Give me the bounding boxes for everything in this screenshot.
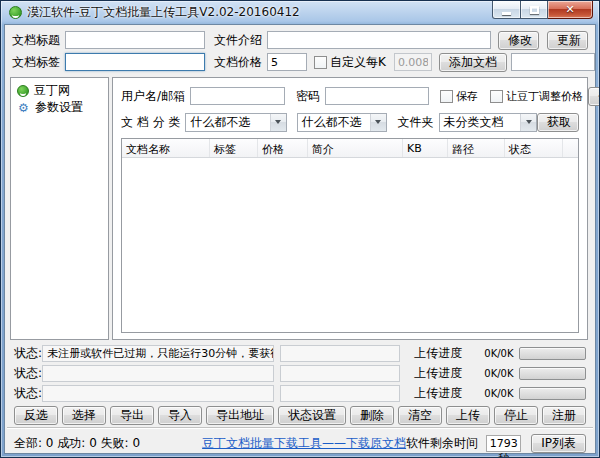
document-table: 文档名称 标签 价格 简介 KB 路径 状态 bbox=[121, 138, 579, 333]
username-input[interactable] bbox=[190, 87, 285, 105]
modify-button[interactable]: 修改 bbox=[498, 31, 539, 50]
window-title: 漠江软件-豆丁文档批量上传工具V2.02-20160412 bbox=[27, 4, 300, 21]
status-extra bbox=[280, 385, 400, 402]
status-extra bbox=[280, 365, 400, 382]
status-row-1: 状态: 未注册或软件已过期，只能运行30分钟，要获得完全功能， 上传进度 0K/… bbox=[5, 343, 595, 363]
category-select-2[interactable]: 什么都不选 bbox=[297, 113, 387, 132]
col-price[interactable]: 价格 bbox=[258, 139, 308, 157]
status-label: 状态: bbox=[14, 365, 42, 382]
fetch-button[interactable]: 获取 bbox=[537, 113, 579, 132]
col-kb[interactable]: KB bbox=[403, 139, 448, 157]
window-body: 文档标题 文件介绍 修改 更新 文档标签 文档价格 自定义每K 添加文档 选择 bbox=[4, 24, 596, 454]
export-address-button[interactable]: 导出地址 bbox=[206, 406, 274, 425]
update-button[interactable]: 更新 bbox=[547, 31, 588, 50]
chevron-down-icon bbox=[370, 114, 386, 131]
category-label: 文 档 分 类 bbox=[121, 114, 180, 131]
status-settings-button[interactable]: 状态设置 bbox=[278, 406, 346, 425]
remaining-time-value: 1793秒 bbox=[486, 435, 521, 452]
minimize-icon bbox=[502, 12, 511, 15]
chevron-down-icon bbox=[270, 114, 286, 131]
upload-progress-label: 上传进度 bbox=[414, 365, 462, 382]
clear-button[interactable]: 清空 bbox=[398, 406, 442, 425]
window-controls: ✕ bbox=[492, 1, 593, 19]
status-label: 状态: bbox=[14, 385, 42, 402]
remaining-time-label: 软件剩余时间 bbox=[406, 435, 478, 452]
save-checkbox-label: 保存 bbox=[456, 89, 478, 104]
category-row: 文 档 分 类 什么都不选 什么都不选 文件夹 未分类文档 获取 bbox=[121, 112, 579, 132]
save-checkbox[interactable] bbox=[440, 90, 453, 103]
chevron-down-icon bbox=[520, 114, 536, 131]
upload-progress-bar bbox=[519, 347, 586, 360]
maximize-button[interactable] bbox=[521, 1, 548, 19]
status-label: 状态: bbox=[14, 345, 42, 362]
close-icon: ✕ bbox=[565, 4, 574, 15]
select-button[interactable]: 选择 bbox=[62, 406, 106, 425]
col-intro[interactable]: 简介 bbox=[308, 139, 403, 157]
status-row-3: 状态: 上传进度 0K/0K bbox=[5, 383, 595, 403]
status-area: 状态: 未注册或软件已过期，只能运行30分钟，要获得完全功能， 上传进度 0K/… bbox=[5, 343, 595, 403]
titlebar[interactable]: 漠江软件-豆丁文档批量上传工具V2.02-20160412 ✕ bbox=[1, 1, 599, 24]
sidebar: 豆丁网 ⚙ 参数设置 bbox=[10, 77, 109, 340]
table-header: 文档名称 标签 价格 简介 KB 路径 状态 bbox=[122, 139, 578, 158]
form-row-1: 文档标题 文件介绍 修改 更新 bbox=[5, 29, 595, 51]
login-row: 用户名/邮箱 密码 保存 让豆丁调整价格 登录 bbox=[121, 86, 579, 106]
gear-icon: ⚙ bbox=[17, 102, 30, 114]
upload-progress-value: 0K/0K bbox=[484, 388, 513, 399]
minimize-button[interactable] bbox=[492, 1, 521, 19]
ip-list-button[interactable]: IP列表 bbox=[531, 434, 586, 453]
close-button[interactable]: ✕ bbox=[548, 1, 593, 19]
top-form: 文档标题 文件介绍 修改 更新 文档标签 文档价格 自定义每K 添加文档 选择 bbox=[5, 29, 595, 73]
status-row-2: 状态: 上传进度 0K/0K bbox=[5, 363, 595, 383]
sidebar-item-docin[interactable]: 豆丁网 bbox=[14, 82, 105, 99]
app-window: 漠江软件-豆丁文档批量上传工具V2.02-20160412 ✕ 文档标题 文件介… bbox=[0, 0, 600, 458]
upload-progress-label: 上传进度 bbox=[414, 345, 462, 362]
export-button[interactable]: 导出 bbox=[110, 406, 154, 425]
col-doc-name[interactable]: 文档名称 bbox=[122, 139, 210, 157]
status-message bbox=[42, 365, 274, 382]
password-input[interactable] bbox=[325, 87, 429, 105]
upload-counts: 全部: 0 成功: 0 失败: 0 bbox=[14, 435, 140, 452]
download-tool-link[interactable]: 豆丁文档批量下载工具——下载原文档 bbox=[202, 435, 406, 452]
col-filler bbox=[563, 139, 578, 157]
upload-progress-value: 0K/0K bbox=[484, 368, 513, 379]
doc-title-input[interactable] bbox=[65, 31, 205, 49]
status-extra bbox=[280, 345, 400, 362]
sidebar-item-label: 参数设置 bbox=[35, 99, 83, 116]
doc-tags-input[interactable] bbox=[65, 53, 205, 71]
col-status[interactable]: 状态 bbox=[505, 139, 563, 157]
app-icon bbox=[9, 6, 22, 19]
footer-bar: 全部: 0 成功: 0 失败: 0 豆丁文档批量下载工具——下载原文档 软件剩余… bbox=[5, 430, 595, 456]
file-intro-label: 文件介绍 bbox=[214, 32, 262, 49]
custom-per-k-checkbox[interactable] bbox=[314, 56, 327, 69]
folder-label: 文件夹 bbox=[398, 114, 434, 131]
col-path[interactable]: 路径 bbox=[448, 139, 505, 157]
sidebar-item-settings[interactable]: ⚙ 参数设置 bbox=[14, 99, 105, 116]
import-button[interactable]: 导入 bbox=[158, 406, 202, 425]
file-path-input[interactable] bbox=[511, 53, 595, 71]
adjust-price-checkbox-label: 让豆丁调整价格 bbox=[506, 89, 583, 104]
add-doc-button[interactable]: 添加文档 bbox=[439, 53, 507, 72]
username-label: 用户名/邮箱 bbox=[121, 88, 185, 105]
adjust-price-checkbox[interactable] bbox=[490, 90, 503, 103]
register-button[interactable]: 注册 bbox=[542, 406, 586, 425]
table-body-empty[interactable] bbox=[122, 158, 578, 332]
delete-button[interactable]: 删除 bbox=[350, 406, 394, 425]
invert-select-button[interactable]: 反选 bbox=[14, 406, 58, 425]
login-button[interactable]: 登录 bbox=[588, 87, 600, 106]
file-intro-input[interactable] bbox=[267, 31, 491, 49]
action-button-row: 反选 选择 导出 导入 导出地址 状态设置 删除 清空 上传 停止 注册 bbox=[5, 405, 595, 425]
custom-per-k-label: 自定义每K bbox=[330, 54, 386, 71]
category-select-1[interactable]: 什么都不选 bbox=[185, 113, 286, 132]
stop-button[interactable]: 停止 bbox=[494, 406, 538, 425]
doc-price-input[interactable] bbox=[267, 53, 307, 71]
col-tags[interactable]: 标签 bbox=[210, 139, 258, 157]
per-k-price-input[interactable] bbox=[394, 53, 432, 71]
maximize-icon bbox=[530, 6, 539, 14]
status-message bbox=[42, 385, 274, 402]
upload-progress-value: 0K/0K bbox=[484, 348, 513, 359]
upload-progress-label: 上传进度 bbox=[414, 385, 462, 402]
folder-select[interactable]: 未分类文档 bbox=[439, 113, 537, 132]
doc-title-label: 文档标题 bbox=[12, 32, 60, 49]
doc-price-label: 文档价格 bbox=[214, 54, 262, 71]
upload-button[interactable]: 上传 bbox=[446, 406, 490, 425]
